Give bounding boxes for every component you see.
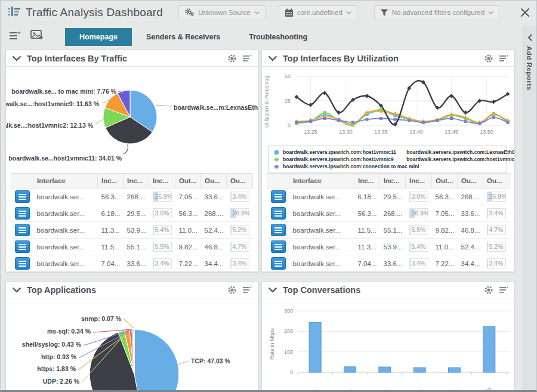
bar[interactable] [413, 368, 425, 372]
bar[interactable] [309, 323, 321, 372]
panel-menu-icon[interactable] [499, 54, 508, 63]
column-header[interactable]: Ou... [227, 174, 253, 189]
column-header[interactable]: Inc... [406, 174, 432, 189]
app-logo-icon [8, 5, 21, 20]
table-cell: 46.8... [458, 222, 483, 239]
pie-slice[interactable] [124, 329, 134, 374]
table-cell: 3.0% [149, 205, 175, 222]
data-point-marker [422, 121, 425, 124]
x-axis-label: Others [477, 385, 493, 392]
pie-slice[interactable] [129, 329, 134, 374]
data-point-marker [322, 114, 327, 119]
traffic-table-wrap: InterfaceInc...Inc...Inc...Out...Ou...Ou… [11, 173, 253, 272]
panel-menu-icon[interactable] [242, 54, 252, 63]
pie-label-lexnaseth0: boardwalk.se...m:LexnasEth0: [174, 104, 258, 111]
legend-item[interactable]: boardwalk.servers.ipswitch.com:LexnasEth… [403, 149, 502, 156]
table-cell: boardwalk.ser... [33, 205, 98, 222]
percent-bar: 5.5% [153, 242, 172, 252]
pie-slice[interactable] [118, 331, 134, 374]
collapse-chevron-icon[interactable] [268, 54, 277, 63]
column-header[interactable]: Inc... [149, 174, 175, 189]
column-header[interactable]: Ou... [483, 174, 510, 189]
row-menu-button[interactable] [15, 224, 30, 236]
row-menu-button[interactable] [271, 224, 286, 236]
report-list-button[interactable] [8, 28, 23, 42]
column-header[interactable]: Inc... [380, 174, 406, 189]
data-point-marker [450, 117, 453, 120]
table-cell: 7.05... [175, 189, 201, 205]
tab-senders-receivers[interactable]: Senders & Receivers [132, 28, 234, 46]
pie-slice[interactable] [130, 90, 157, 132]
bar[interactable] [344, 367, 356, 372]
bar[interactable] [449, 368, 461, 372]
row-menu-button[interactable] [15, 257, 30, 270]
panel-menu-icon[interactable] [499, 285, 508, 295]
export-image-button[interactable] [29, 28, 45, 42]
data-point-marker [463, 115, 468, 120]
collapse-chevron-icon[interactable] [12, 285, 21, 295]
legend-item[interactable]: boardwalk.servers.ipswitch.com:host1vmni… [273, 156, 403, 163]
row-menu-button[interactable] [271, 207, 286, 220]
add-reports-strip[interactable]: Add Reports [523, 26, 536, 390]
pie-slice[interactable] [134, 329, 179, 392]
pie-slice[interactable] [132, 329, 134, 374]
panel-top-interfaces-by-traffic: Top Interfaces By Traffic boardwalk.se..… [5, 50, 258, 272]
legend-item[interactable]: boardwalk.servers.ipswitch.com:connectio… [273, 163, 502, 170]
close-icon[interactable] [520, 7, 530, 18]
legend-item[interactable]: boardwalk.servers.ipswitch.com:host1vmni… [273, 149, 403, 156]
legend-item[interactable]: boardwalk.servers.ipswitch.com:host1vmni… [403, 156, 502, 163]
tab-troubleshooting[interactable]: Troubleshooting [234, 28, 322, 46]
data-point-marker [464, 110, 468, 115]
column-header[interactable]: Ou... [201, 174, 227, 189]
collapse-chevron-icon[interactable] [268, 285, 277, 295]
table-cell: 26.9% [483, 189, 510, 205]
pie-slice[interactable] [133, 329, 134, 374]
pie-slice[interactable] [103, 107, 130, 127]
row-menu-button[interactable] [271, 190, 286, 203]
gear-icon[interactable] [484, 54, 493, 63]
pie-slice[interactable] [106, 117, 153, 144]
column-header[interactable]: Interface [33, 174, 98, 189]
tab-homepage[interactable]: Homepage [65, 28, 132, 46]
column-header[interactable]: Inc... [98, 174, 124, 189]
row-menu-button[interactable] [15, 207, 30, 220]
percent-bar: 26.9% [409, 208, 428, 218]
bar[interactable] [379, 367, 391, 372]
column-header[interactable]: Interface [289, 174, 354, 189]
gear-icon[interactable] [227, 285, 237, 295]
bar[interactable] [483, 326, 495, 372]
gear-icon[interactable] [227, 54, 237, 63]
filters-dropdown[interactable]: No advanced filters configured [374, 5, 499, 20]
pie-label-http: http: 0.93 % [41, 353, 76, 360]
daterange-dropdown[interactable]: core.undefined [279, 5, 357, 20]
pie-slice[interactable] [90, 332, 143, 392]
panel-header: Top Interfaces By Utilization [262, 50, 514, 67]
column-header[interactable]: Out... [175, 174, 201, 189]
panel-menu-icon[interactable] [242, 285, 252, 295]
gear-icon[interactable] [484, 285, 493, 295]
panel-title: Top Interfaces By Utilization [283, 54, 399, 63]
panel-header: Top Applications [6, 282, 258, 298]
source-dropdown[interactable]: Unknown Source [178, 5, 266, 20]
table-cell: 26.9% [406, 205, 432, 222]
pie-slice[interactable] [105, 93, 130, 117]
svg-text:13:40: 13:40 [409, 129, 423, 135]
svg-text:13:25: 13:25 [304, 129, 317, 135]
column-header[interactable]: Ou... [458, 174, 483, 189]
data-point-marker [492, 113, 495, 116]
traffic-analysis-dashboard-window: Traffic Analysis Dashboard Unknown Sourc… [0, 0, 537, 392]
column-header[interactable]: Out... [432, 174, 458, 189]
table-cell: 3.4% [406, 255, 432, 272]
row-menu-button[interactable] [15, 190, 30, 203]
row-menu-button[interactable] [271, 257, 286, 270]
collapse-chevron-icon[interactable] [12, 54, 21, 63]
column-header[interactable]: Inc... [124, 174, 149, 189]
table-cell: 6.18... [354, 189, 380, 205]
column-header[interactable]: Inc... [354, 174, 380, 189]
percent-bar: 26.9% [487, 192, 506, 202]
pie-slice[interactable] [118, 90, 130, 117]
data-point-marker [477, 98, 482, 103]
row-menu-button[interactable] [271, 240, 286, 253]
row-menu-button[interactable] [15, 240, 30, 253]
table-cell: 26.9% [149, 189, 175, 205]
